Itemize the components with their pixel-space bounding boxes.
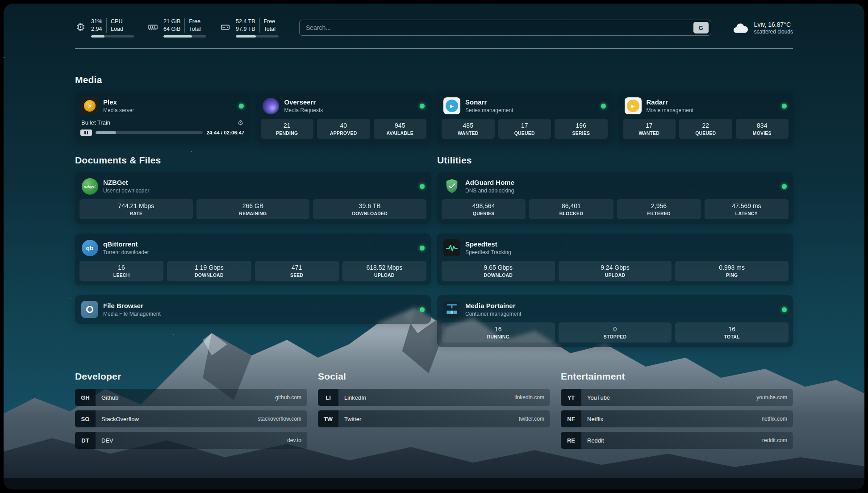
bookmark-dev[interactable]: DT DEV dev.to	[75, 432, 307, 449]
stat-box: 744.21 Mbps RATE	[79, 199, 193, 219]
stat-label: DOWNLOAD	[443, 272, 553, 278]
service-name: Radarr	[647, 98, 693, 106]
stat-box: 471 SEED	[255, 261, 339, 281]
disk-free-value: 52.4 TB	[236, 18, 255, 25]
stat-value: 9.65 Gbps	[443, 264, 553, 271]
service-subtitle: Container management	[465, 311, 521, 317]
stat-label: SEED	[257, 272, 337, 278]
service-name: Media Portainer	[465, 302, 521, 310]
top-bar: 31% 2.94 CPU Load	[75, 15, 793, 40]
service-subtitle: Series management	[465, 107, 513, 113]
stat-value: 0	[560, 326, 670, 333]
stat-label: MOVIES	[738, 130, 787, 136]
bookmark-github[interactable]: GH Github github.com	[75, 389, 307, 406]
bookmark-label: Reddit	[581, 437, 762, 444]
stat-box: 21 PENDING	[261, 119, 314, 139]
service-card-adguard[interactable]: AdGuard Home DNS and adblocking 498,564 …	[437, 172, 793, 224]
service-card-radarr[interactable]: ▶ Radarr Movie management 17 WANTED 22 Q…	[618, 92, 793, 143]
bookmark-abbr: DT	[75, 432, 96, 449]
entertainment-group: Entertainment YT YouTube youtube.com NF …	[561, 371, 793, 449]
bookmark-abbr: TW	[318, 410, 338, 427]
memory-icon	[147, 21, 159, 33]
stat-label: TOTAL	[677, 334, 787, 339]
search-box[interactable]: G	[299, 20, 711, 36]
settings-gear-icon[interactable]: ⚙	[238, 119, 243, 126]
stat-value: 945	[376, 122, 425, 129]
service-card-overseerr[interactable]: Overseerr Media Requests 21 PENDING 40 A…	[256, 92, 431, 143]
media-grid: > Plex Media server Bullet Train ⚙	[75, 92, 793, 143]
stat-label: DOWNLOADED	[315, 211, 425, 216]
memory-usage-bar	[163, 35, 206, 38]
stat-box: 0.993 ms PING	[675, 261, 789, 281]
search-input[interactable]	[306, 24, 693, 31]
bookmark-label: StackOverflow	[96, 416, 258, 422]
bookmark-linkedin[interactable]: LI LinkedIn linkedin.com	[318, 389, 550, 406]
stat-value: 618.52 Mbps	[344, 264, 425, 271]
service-card-sonarr[interactable]: ▶ Sonarr Series management 485 WANTED 17…	[437, 92, 612, 143]
stat-box: 2,956 FILTERED	[617, 199, 701, 219]
stat-value: 266 GB	[198, 202, 308, 209]
developer-section-title: Developer	[75, 371, 307, 382]
stat-label: PENDING	[263, 130, 312, 136]
stat-value: 86,401	[531, 202, 611, 209]
playback-time: 24:44 / 02:06:47	[206, 130, 244, 135]
bookmark-url: netflix.com	[762, 416, 793, 422]
memory-free-value: 21 GiB	[163, 18, 180, 25]
bookmark-url: youtube.com	[756, 394, 793, 401]
service-subtitle: Media Requests	[284, 107, 323, 113]
bookmark-netflix[interactable]: NF Netflix netflix.com	[561, 410, 793, 427]
stat-value: 16	[677, 326, 787, 333]
service-card-nzbget[interactable]: nzbget NZBGet Usenet downloader 744.21 M…	[75, 172, 431, 224]
stat-box: 1.19 Gbps DOWNLOAD	[167, 261, 251, 281]
bookmark-url: twitter.com	[519, 416, 550, 422]
disk-total-label: Total	[264, 25, 275, 33]
stat-label: APPROVED	[319, 130, 368, 136]
status-dot	[420, 184, 425, 189]
divider	[259, 18, 260, 33]
stat-value: 0.993 ms	[677, 264, 787, 271]
service-name: File Browser	[103, 302, 161, 310]
service-card-qbittorrent[interactable]: qb qBittorrent Torrent downloader 16 LEE…	[75, 234, 431, 285]
service-name: Sonarr	[465, 98, 513, 106]
developer-group: Developer GH Github github.com SO StackO…	[75, 371, 307, 449]
bookmark-label: YouTube	[581, 394, 756, 401]
bookmark-twitter[interactable]: TW Twitter twitter.com	[318, 410, 550, 427]
service-card-speedtest[interactable]: Speedtest Speedtest Tracking 9.65 Gbps D…	[437, 234, 793, 285]
memory-widget: 21 GiB 64 GiB Free Total	[147, 18, 206, 38]
memory-free-label: Free	[189, 18, 200, 25]
bookmark-stackoverflow[interactable]: SO StackOverflow stackoverflow.com	[75, 410, 307, 427]
stat-value: 2,956	[619, 202, 699, 209]
service-card-plex[interactable]: > Plex Media server Bullet Train ⚙	[75, 92, 250, 141]
bookmark-youtube[interactable]: YT YouTube youtube.com	[561, 389, 793, 406]
service-card-filebrowser[interactable]: File Browser Media File Management	[75, 295, 431, 324]
playback-progress-bar[interactable]	[96, 131, 203, 134]
stat-box: 17 WANTED	[623, 119, 676, 139]
service-subtitle: Usenet downloader	[103, 188, 149, 194]
stat-value: 485	[443, 122, 493, 129]
pause-button[interactable]	[80, 130, 92, 136]
media-section-title: Media	[75, 75, 793, 85]
utilities-column: Utilities AdGuard	[437, 155, 793, 347]
cloud-icon	[732, 21, 749, 34]
bookmark-abbr: GH	[75, 389, 96, 406]
social-group: Social LI LinkedIn linkedin.com TW Twitt…	[318, 371, 550, 427]
stat-value: 16	[81, 264, 162, 271]
search-provider-button[interactable]: G	[693, 22, 709, 33]
stat-value: 21	[263, 122, 312, 129]
status-dot	[601, 104, 606, 109]
bookmark-label: Github	[96, 394, 275, 401]
disk-icon	[220, 21, 231, 33]
service-card-portainer[interactable]: Media Portainer Container management 16 …	[437, 295, 793, 347]
service-name: Plex	[103, 98, 134, 106]
stat-label: SERIES	[556, 130, 606, 136]
radarr-icon: ▶	[625, 97, 642, 114]
stat-value: 17	[625, 122, 674, 129]
stat-label: RATE	[81, 211, 191, 216]
stat-box: 196 SERIES	[555, 119, 608, 139]
bookmark-reddit[interactable]: RE Reddit reddit.com	[561, 432, 793, 449]
stat-box: 485 WANTED	[442, 119, 495, 139]
stat-box: 16 TOTAL	[675, 322, 789, 343]
stat-label: STOPPED	[560, 334, 670, 339]
cpu-widget: 31% 2.94 CPU Load	[75, 18, 134, 38]
bookmark-url: github.com	[275, 394, 307, 401]
